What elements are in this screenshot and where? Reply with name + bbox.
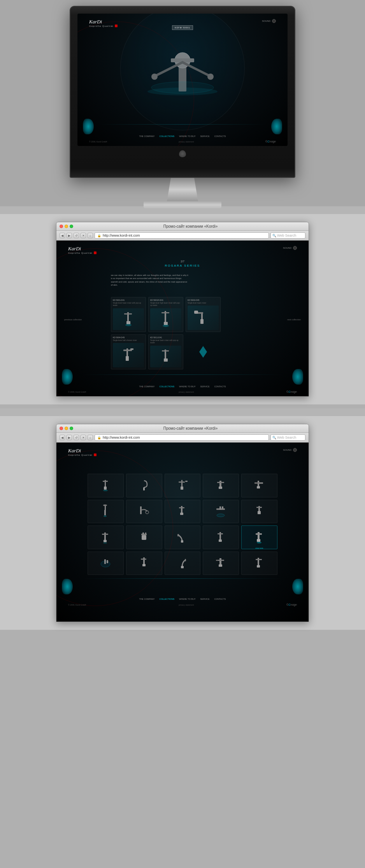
nav2-contacts[interactable]: CONTACTS <box>214 385 226 388</box>
bottom-nav-3[interactable]: THE COMPANY COLLECTIONS WHERE TO BUY SER… <box>56 598 309 600</box>
thumb-14[interactable] <box>203 525 239 549</box>
home-button-2[interactable]: ⌂ <box>88 435 93 440</box>
product-desc-4: Single-lever bath shower mixer <box>113 339 144 342</box>
nav2-collections[interactable]: COLLECTIONS <box>159 385 174 388</box>
thumb-20[interactable] <box>241 552 277 575</box>
consign-2: ©Cnsign <box>286 390 297 393</box>
forward-button-2[interactable]: ▶ <box>67 435 72 440</box>
nav-contacts[interactable]: CONTACTS <box>214 135 226 137</box>
nav3-collections[interactable]: COLLECTIONS <box>159 598 174 600</box>
privacy-3[interactable]: privacy statement <box>179 604 194 606</box>
brand-logo-sub: Geprüfte Qualität <box>89 25 118 27</box>
svg-rect-45 <box>105 506 106 510</box>
nav-where-to-buy[interactable]: WHERE TO BUY <box>179 135 195 137</box>
close-button-2[interactable] <box>60 427 63 430</box>
thumb-faucet-13 <box>214 556 228 570</box>
nav-collections[interactable]: COLLECTIONS <box>159 135 174 137</box>
nav3-company[interactable]: THE COMPANY <box>139 598 155 600</box>
page-indicator: 2/7 <box>181 260 184 263</box>
privacy-link[interactable]: privacy statement <box>179 141 194 143</box>
teal-object-left <box>83 119 94 134</box>
brand-logo-area: KarDi Geprüfte Qualität <box>89 19 118 27</box>
home-button[interactable]: ⌂ <box>88 233 93 238</box>
browser-title-1: Промо-сайт компании «Kordi» <box>75 224 305 228</box>
svg-rect-69 <box>177 534 179 536</box>
reload-button-2[interactable]: ↺ <box>74 435 79 440</box>
prev-collection[interactable]: previous collection <box>64 318 82 321</box>
svg-rect-52 <box>179 507 184 508</box>
nav-company[interactable]: THE COMPANY <box>139 135 155 137</box>
svg-point-7 <box>207 74 214 80</box>
browser-title-2: Промо-сайт компании «Kordi» <box>75 426 305 430</box>
sound-btn-3[interactable]: SOUND <box>283 448 297 452</box>
nav3-contacts[interactable]: CONTACTS <box>214 598 226 600</box>
search-field-2[interactable]: 🔍 Web Search <box>270 434 305 441</box>
thumb-13[interactable] <box>165 525 201 549</box>
consign-logo: ©Cnsign <box>265 140 276 143</box>
thumb-15[interactable]: #5944 56561 <box>241 525 277 549</box>
shower-icon-1 <box>190 309 217 327</box>
back-button[interactable]: ◀ <box>60 233 65 238</box>
next-arrow-indicator <box>186 334 221 369</box>
search-field-1[interactable]: 🔍 Web Search <box>270 232 305 239</box>
thumb-10[interactable] <box>241 500 277 524</box>
product-desc-1: Single-lever basin mixer with pop-up was… <box>113 302 144 307</box>
thumb-17[interactable] <box>126 552 162 575</box>
reload-button[interactable]: ↺ <box>74 233 79 238</box>
thumbnails-grid[interactable]: #5944 56561 <box>88 474 277 575</box>
privacy-2[interactable]: privacy statement <box>179 391 194 393</box>
sound-label: SOUND <box>262 20 270 22</box>
thumb-7[interactable] <box>126 500 162 524</box>
svg-rect-53 <box>180 513 183 515</box>
forward-button[interactable]: ▶ <box>67 233 72 238</box>
svg-rect-84 <box>185 559 186 561</box>
url-bar-1[interactable]: 🔒 http://www.kordi-int.com <box>95 232 269 239</box>
stop-button[interactable]: ✕ <box>81 233 86 238</box>
svg-rect-24 <box>126 356 129 361</box>
thumb-19[interactable] <box>203 552 239 575</box>
svg-rect-40 <box>219 487 222 489</box>
thumb-9[interactable] <box>203 500 239 524</box>
imac-section: KarDi Geprüfte Qualität KOFM 50001 SOUND <box>0 0 365 206</box>
thumb-8[interactable] <box>165 500 201 524</box>
thumb-4[interactable] <box>203 474 239 497</box>
stop-button-2[interactable]: ✕ <box>81 435 86 440</box>
thumb-16[interactable] <box>88 552 124 575</box>
thumb-3[interactable] <box>165 474 201 497</box>
copyright-2: © 2006, Kordi GmbH <box>68 391 86 393</box>
bottom-nav-2[interactable]: THE COMPANY COLLECTIONS WHERE TO BUY SER… <box>56 385 309 388</box>
close-button[interactable] <box>60 225 63 228</box>
minimize-button[interactable] <box>65 225 68 228</box>
thumb-6[interactable] <box>88 500 124 524</box>
nav2-service[interactable]: SERVICE <box>200 385 210 388</box>
glow-line-3 <box>82 578 283 579</box>
thumb-bath-1 <box>214 504 228 518</box>
nav3-where-to-buy[interactable]: WHERE TO BUY <box>179 598 195 600</box>
faucet-icon-3 <box>156 348 175 365</box>
maximize-button-2[interactable] <box>70 427 73 430</box>
thumb-1[interactable] <box>88 474 124 497</box>
copyright-text: © 2006, Kordi GmbH <box>89 141 107 143</box>
sound-button[interactable]: SOUND <box>262 19 276 23</box>
svg-rect-10 <box>124 313 132 315</box>
minimize-button-2[interactable] <box>65 427 68 430</box>
svg-rect-82 <box>141 559 146 560</box>
imac-bottom-nav[interactable]: THE COMPANY COLLECTIONS WHERE TO BUY SER… <box>77 135 288 137</box>
maximize-button[interactable] <box>70 225 73 228</box>
thumb-11[interactable] <box>88 525 124 549</box>
thumb-12[interactable] <box>126 525 162 549</box>
thumb-18[interactable] <box>165 552 201 575</box>
nav-service[interactable]: SERVICE <box>200 135 210 137</box>
sound-btn-2[interactable]: SOUND <box>283 246 297 250</box>
url-bar-2[interactable]: 🔒 http://www.kordi-int.com <box>95 434 269 441</box>
back-button-2[interactable]: ◀ <box>60 435 65 440</box>
nav2-company[interactable]: THE COMPANY <box>139 385 155 388</box>
consign-3: ©Cnsign <box>286 603 297 606</box>
imac-body: KarDi Geprüfte Qualität KOFM 50001 SOUND <box>70 6 295 178</box>
browser-titlebar-2: Промо-сайт компании «Kordi» <box>56 424 309 433</box>
next-collection[interactable]: next collection <box>287 318 301 321</box>
nav3-service[interactable]: SERVICE <box>200 598 210 600</box>
nav2-where-to-buy[interactable]: WHERE TO BUY <box>179 385 195 388</box>
thumb-2[interactable] <box>126 474 162 497</box>
thumb-5[interactable] <box>241 474 277 497</box>
